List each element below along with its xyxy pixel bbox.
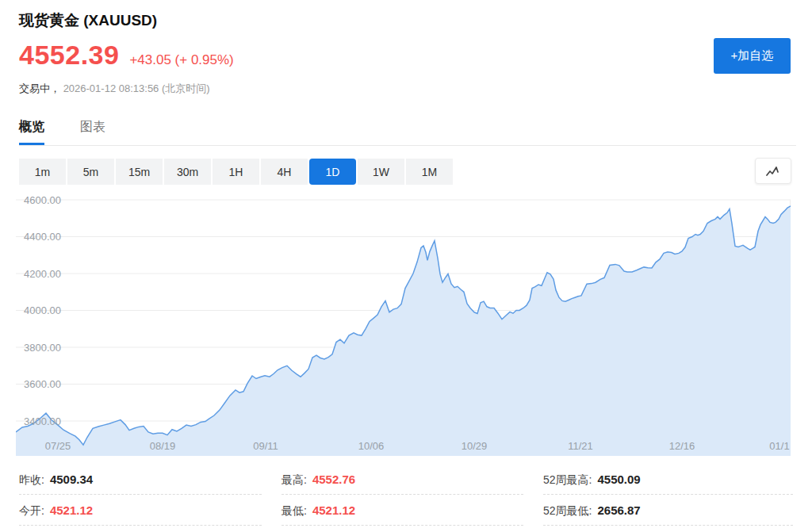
range-button-30m[interactable]: 30m xyxy=(164,159,211,185)
x-axis-label: 10/29 xyxy=(462,440,488,452)
x-axis-label: 01/1 xyxy=(769,440,789,452)
x-axis-label: 09/11 xyxy=(253,440,278,452)
stat-value: 4550.09 xyxy=(597,473,640,486)
instrument-title: 现货黄金 (XAUUSD) xyxy=(19,10,157,31)
y-axis-label: 3800.00 xyxy=(24,342,61,354)
stat-label: 昨收: xyxy=(19,473,44,486)
range-button-1m[interactable]: 1m xyxy=(19,159,66,185)
status-row: 交易中， 2026-01-12 08:13:56 (北京时间) xyxy=(19,82,210,96)
y-axis-label: 4200.00 xyxy=(24,268,61,280)
stat-value: 4552.76 xyxy=(312,473,355,486)
range-button-1m-month[interactable]: 1M xyxy=(406,159,453,185)
stat-value: 4521.12 xyxy=(312,503,355,517)
range-button-15m[interactable]: 15m xyxy=(116,159,163,185)
stats-column: 52周最高:4550.09 52周最低:2656.87 xyxy=(543,464,793,526)
y-axis-label: 3600.00 xyxy=(24,378,61,390)
tab-bar: 概览 图表 xyxy=(19,119,796,146)
line-chart-icon xyxy=(765,165,781,178)
stats-column: 最高:4552.76 最低:4521.12 xyxy=(282,464,523,526)
y-axis-label: 4000.00 xyxy=(24,304,61,316)
price-change: +43.05 (+ 0.95%) xyxy=(129,52,233,68)
range-button-4h[interactable]: 4H xyxy=(261,159,308,185)
x-axis-label: 11/21 xyxy=(568,440,593,452)
stat-value: 2656.87 xyxy=(597,503,640,517)
stat-52w-high: 52周最高:4550.09 xyxy=(543,464,793,495)
range-selector: 1m 5m 15m 30m 1H 4H 1D 1W 1M xyxy=(19,159,454,185)
x-axis-label: 10/06 xyxy=(358,440,385,452)
range-button-1h[interactable]: 1H xyxy=(213,159,259,185)
price-chart[interactable]: 4600.004400.004200.004000.003800.003600.… xyxy=(16,195,795,457)
x-axis-label: 07/25 xyxy=(45,440,71,452)
range-button-1w[interactable]: 1W xyxy=(358,159,404,185)
stat-label: 最高: xyxy=(282,473,307,486)
last-price: 4552.39 xyxy=(19,40,119,71)
stat-prev-close: 昨收:4509.34 xyxy=(19,464,262,495)
range-button-1d[interactable]: 1D xyxy=(309,159,356,185)
price-row: 4552.39 +43.05 (+ 0.95%) xyxy=(19,40,234,71)
stat-open: 今开:4521.12 xyxy=(19,495,262,526)
tab-chart[interactable]: 图表 xyxy=(80,119,105,145)
y-axis-label: 3400.00 xyxy=(24,415,61,427)
x-axis-label: 08/19 xyxy=(150,440,176,452)
trading-status: 交易中， xyxy=(19,82,60,94)
stat-label: 今开: xyxy=(19,504,44,517)
y-axis-label: 4600.00 xyxy=(24,195,61,206)
stat-low: 最低:4521.12 xyxy=(282,495,523,526)
chart-style-button[interactable] xyxy=(755,158,791,184)
stat-label: 52周最高: xyxy=(543,473,592,486)
price-chart-svg: 4600.004400.004200.004000.003800.003600.… xyxy=(16,195,795,457)
stat-label: 最低: xyxy=(282,504,307,517)
x-axis-label: 12/16 xyxy=(669,440,695,452)
tab-overview[interactable]: 概览 xyxy=(19,119,44,145)
quote-page: 现货黄金 (XAUUSD) +加自选 4552.39 +43.05 (+ 0.9… xyxy=(0,0,812,532)
y-axis-label: 4400.00 xyxy=(24,231,61,243)
stat-52w-low: 52周最低:2656.87 xyxy=(543,495,793,526)
range-button-5m[interactable]: 5m xyxy=(67,159,114,185)
stats-column: 昨收:4509.34 今开:4521.12 xyxy=(19,464,262,526)
stat-high: 最高:4552.76 xyxy=(282,464,523,495)
add-watchlist-button[interactable]: +加自选 xyxy=(714,38,791,74)
stat-value: 4509.34 xyxy=(50,473,93,486)
price-area-fill xyxy=(16,206,791,456)
y-axis-labels: 4600.004400.004200.004000.003800.003600.… xyxy=(24,195,61,427)
stat-value: 4521.12 xyxy=(50,503,93,517)
quote-timestamp: 2026-01-12 08:13:56 (北京时间) xyxy=(63,82,210,94)
stat-label: 52周最低: xyxy=(543,504,592,517)
